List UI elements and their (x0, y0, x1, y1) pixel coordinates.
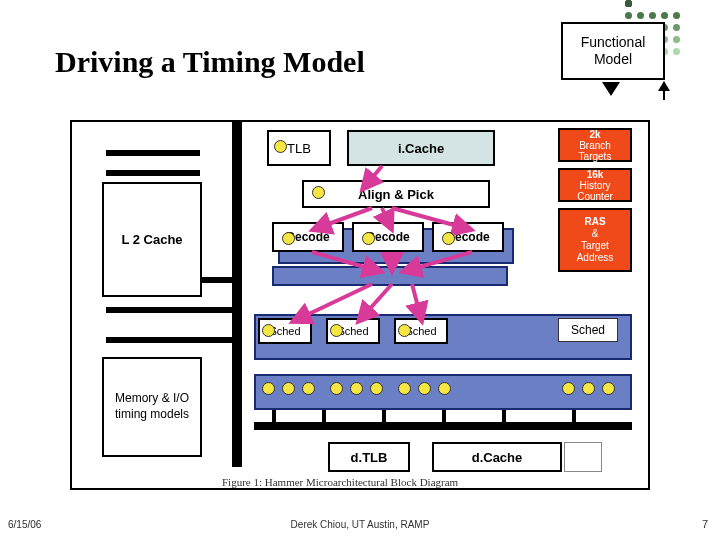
token-dot (582, 382, 595, 395)
footer-attribution: Derek Chiou, UT Austin, RAMP (0, 519, 720, 530)
architecture-diagram: L 2 Cache Memory & I/O timing models TLB… (70, 120, 650, 490)
flow-arrows (72, 122, 652, 492)
token-dot (398, 324, 411, 337)
token-dot (350, 382, 363, 395)
token-dot (602, 382, 615, 395)
functional-model-box: Functional Model (561, 22, 665, 80)
token-dot (362, 232, 375, 245)
slide-title: Driving a Timing Model (55, 45, 365, 79)
token-dot (282, 382, 295, 395)
arrow-up-icon (663, 82, 665, 100)
token-dot (302, 382, 315, 395)
token-dot (438, 382, 451, 395)
token-dot (562, 382, 575, 395)
token-dot (262, 382, 275, 395)
token-dot (398, 382, 411, 395)
arrow-down-icon (602, 82, 620, 96)
token-dot (262, 324, 275, 337)
token-dot (330, 382, 343, 395)
token-dot (442, 232, 455, 245)
token-dot (330, 324, 343, 337)
functional-model-label: Functional Model (581, 34, 646, 68)
footer-page-number: 7 (702, 518, 708, 530)
token-dot (282, 232, 295, 245)
token-dot (274, 140, 287, 153)
token-dot (370, 382, 383, 395)
token-dot (312, 186, 325, 199)
token-dot (418, 382, 431, 395)
